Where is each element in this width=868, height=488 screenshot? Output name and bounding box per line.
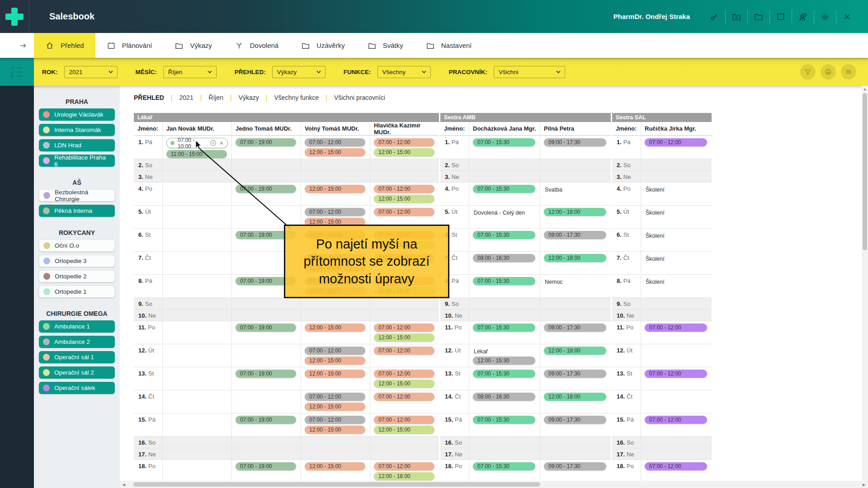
shift-chip[interactable]: 07:00 - 15:30 xyxy=(473,185,535,193)
folder-icon[interactable] xyxy=(748,8,769,26)
shift-chip[interactable]: 09:00 - 17:30 xyxy=(544,462,606,470)
shift-chip[interactable]: 09:00 - 17:30 xyxy=(544,416,606,424)
shift-chip[interactable]: 12:00 - 15:00 xyxy=(374,333,434,342)
shift-chip[interactable]: 09:00 - 17:30 xyxy=(544,324,606,332)
shift-chip[interactable]: 08:00 - 16:30 xyxy=(473,393,535,401)
scroll-right-icon[interactable]: ► xyxy=(860,482,868,487)
settings-icon[interactable] xyxy=(814,8,836,26)
sidebar-item-urologie-vaclavak[interactable]: Urologie Václavák xyxy=(39,108,115,121)
clock-icon[interactable] xyxy=(210,140,217,146)
user-search-icon[interactable] xyxy=(792,8,814,26)
tab-vykazy[interactable]: Výkazy xyxy=(163,33,223,58)
shift-chip[interactable]: 07:00 - 12:00 xyxy=(374,208,434,216)
shift-chip[interactable]: 12:00 - 15:00 xyxy=(374,426,434,434)
shift-chip[interactable]: 07:00 - 12:00 xyxy=(374,393,434,401)
shift-chip[interactable]: 07:00 - 19:00 xyxy=(236,138,296,146)
shift-chip-hovered[interactable]: 07:00 - 10:00✕ xyxy=(166,138,228,148)
sidebar-item-pekna-interna[interactable]: Pěkná Interna xyxy=(39,205,115,217)
sidebar-item-operacni-sal-2[interactable]: Operační sál 2 xyxy=(39,366,115,379)
tab-svatky[interactable]: Svátky xyxy=(356,33,415,58)
filter-select-pracovnik[interactable]: Všichni xyxy=(494,66,565,78)
shift-chip[interactable]: 07:00 - 12:00 xyxy=(305,416,365,424)
shift-chip[interactable]: 09:00 - 17:30 xyxy=(544,138,606,146)
sidebar-toggle-button[interactable] xyxy=(0,58,34,86)
shift-chip[interactable]: 07:00 - 12:00 xyxy=(305,208,365,216)
tab-uzaverky[interactable]: Uzávěrky xyxy=(290,33,356,58)
filter-select-funkce[interactable]: Všechny xyxy=(377,66,431,78)
shift-chip[interactable]: 07:00 - 12:00 xyxy=(374,347,434,355)
horizontal-scrollbar[interactable]: ◄ ► xyxy=(120,481,868,488)
shift-chip[interactable]: 07:00 - 15:30 xyxy=(473,231,535,239)
horizontal-scrollbar-track[interactable] xyxy=(128,481,860,488)
sidebar-item-interna-staromak[interactable]: Interna Staromák xyxy=(39,124,115,136)
shift-chip[interactable]: 12:00 - 18:00 xyxy=(374,472,434,480)
shift-chip[interactable]: 08:00 - 16:30 xyxy=(473,254,535,262)
shift-chip[interactable]: 07:00 - 12:00 xyxy=(374,462,434,470)
shift-chip[interactable]: 07:00 - 19:00 xyxy=(236,462,296,470)
shift-chip[interactable]: 07:00 - 12:00 xyxy=(645,138,707,146)
shift-chip[interactable]: 07:00 - 19:00 xyxy=(236,185,296,193)
remove-shift-icon[interactable]: ✕ xyxy=(219,141,224,146)
sidebar-item-operacni-sal-1[interactable]: Operační sál 1 xyxy=(39,351,115,363)
scroll-left-icon[interactable]: ◄ xyxy=(120,482,128,487)
shift-chip[interactable]: 07:00 - 15:30 xyxy=(473,138,535,146)
shift-chip[interactable]: 07:00 - 12:00 xyxy=(305,393,365,401)
shift-chip[interactable]: 12:00 - 15:00 xyxy=(305,357,365,365)
shift-chip[interactable]: 09:00 - 17:30 xyxy=(544,231,606,239)
sidebar-item-rehabilitace-praha-6[interactable]: Rehabilitace Praha 6 xyxy=(39,155,115,167)
shift-chip[interactable]: 09:00 - 17:30 xyxy=(544,370,606,378)
shift-chip[interactable]: 12:00 - 18:00 xyxy=(544,393,606,401)
menu-button[interactable] xyxy=(841,64,856,80)
shift-chip[interactable]: 12:00 - 15:00 xyxy=(305,426,365,434)
tab-dovolena[interactable]: Dovolená xyxy=(223,33,290,58)
shift-chip[interactable]: 07:00 - 12:00 xyxy=(374,185,434,193)
arrow-right-icon[interactable] xyxy=(19,41,28,50)
shift-chip[interactable]: 07:00 - 12:00 xyxy=(645,324,707,332)
shift-chip[interactable]: 07:00 - 12:00 xyxy=(645,370,707,378)
shift-chip[interactable]: 07:00 - 12:00 xyxy=(374,416,434,424)
shift-chip[interactable]: 12:00 - 15:30 xyxy=(473,357,535,365)
tab-nastaveni[interactable]: Nastavení xyxy=(415,33,483,58)
sidebar-item-bezbolestna-chirurgie[interactable]: Bezbolestná Chirurgie xyxy=(39,189,115,202)
sidebar-item-ortopedie-3[interactable]: Ortopedie 3 xyxy=(39,255,115,267)
sidebar-item-ocni-o-o[interactable]: Oční O.o xyxy=(39,239,115,252)
filter-button[interactable] xyxy=(800,64,816,80)
shift-chip[interactable]: 12:00 - 18:00 xyxy=(544,347,606,355)
notes-folder-icon[interactable]: N xyxy=(726,8,747,26)
stop-square-icon[interactable] xyxy=(770,8,792,26)
shift-chip[interactable]: 12:00 - 15:00 xyxy=(305,185,365,193)
close-icon[interactable] xyxy=(836,8,858,26)
scroll-up-icon[interactable]: ▲ xyxy=(862,87,868,91)
shift-chip[interactable]: 07:00 - 12:00 xyxy=(305,138,365,146)
filter-select-rok[interactable]: 2021 xyxy=(64,66,118,78)
shift-chip[interactable]: 07:00 - 12:00 xyxy=(374,324,434,332)
shift-chip[interactable]: 07:00 - 19:00 xyxy=(236,324,296,332)
shift-chip[interactable]: 12:00 - 15:00 xyxy=(374,148,434,156)
horizontal-scrollbar-thumb[interactable] xyxy=(133,482,540,487)
app-logo[interactable] xyxy=(0,0,29,33)
shift-chip[interactable]: 12:00 - 18:00 xyxy=(544,254,606,262)
sidebar-item-ambulance-2[interactable]: Ambulance 2 xyxy=(39,336,115,348)
print-button[interactable] xyxy=(821,64,836,80)
shift-chip[interactable]: 07:00 - 12:00 xyxy=(374,138,434,146)
shift-chip[interactable]: 07:00 - 12:00 xyxy=(645,416,707,424)
sidebar-item-ortopedie-2[interactable]: Ortopedie 2 xyxy=(39,270,115,282)
shift-chip[interactable]: 12:00 - 15:00 xyxy=(305,324,365,332)
shift-chip[interactable]: 11:00 - 15:00 xyxy=(166,150,227,158)
shift-chip[interactable]: 07:00 - 12:00 xyxy=(374,370,434,378)
vertical-scrollbar[interactable]: ▲ xyxy=(862,86,868,481)
shift-chip[interactable]: 07:00 - 15:30 xyxy=(473,277,535,285)
sidebar-item-operacni-salek[interactable]: Operační sálek xyxy=(39,382,115,394)
sidebar-item-ortopedie-1[interactable]: Ortopedie 1 xyxy=(39,286,115,298)
filter-select-prehled[interactable]: Výkazy xyxy=(272,66,326,78)
shift-chip[interactable]: 12:00 - 15:00 xyxy=(305,462,365,470)
shift-chip[interactable]: 07:00 - 15:30 xyxy=(473,416,535,424)
sidebar-item-ldn-hrad[interactable]: LDN Hrad xyxy=(39,139,115,151)
shift-chip[interactable]: 12:00 - 15:00 xyxy=(374,195,434,203)
shift-chip[interactable]: 07:00 - 15:30 xyxy=(473,324,535,332)
shift-chip[interactable]: 12:00 - 15:00 xyxy=(305,148,365,156)
shift-chip[interactable]: 12:00 - 18:00 xyxy=(544,208,606,216)
vertical-scrollbar-thumb[interactable] xyxy=(863,93,867,250)
filter-select-mesic[interactable]: Říjen xyxy=(163,66,217,78)
tab-prehled[interactable]: Přehled xyxy=(34,33,95,58)
